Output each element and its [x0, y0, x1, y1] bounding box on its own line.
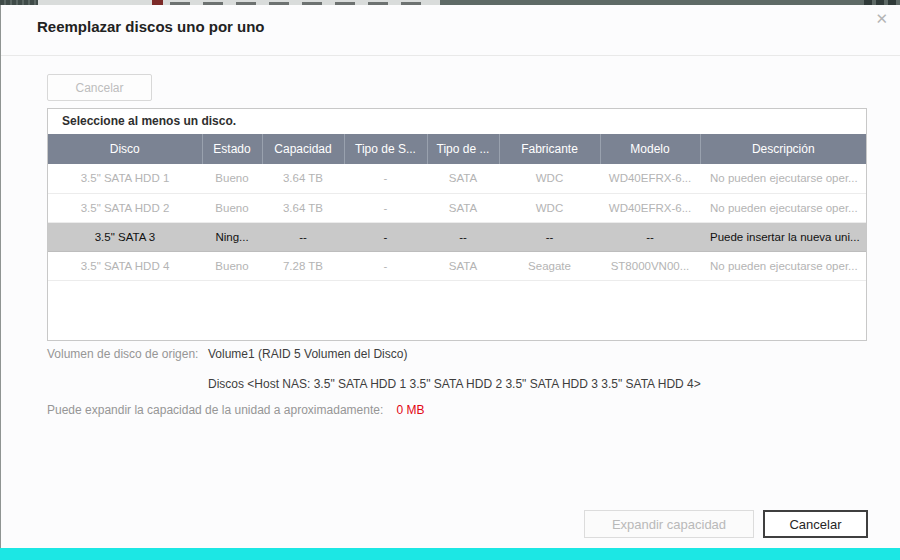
cell-capacidad: 3.64 TB [262, 164, 344, 193]
cell-tipo-s: - [344, 251, 427, 280]
cell-tipo: SATA [427, 251, 499, 280]
title-divider [1, 55, 900, 56]
column-header-tipo-s[interactable]: Tipo de S... [344, 134, 427, 164]
column-header-fabricante[interactable]: Fabricante [499, 134, 600, 164]
column-header-descripcion[interactable]: Descripción [700, 134, 866, 164]
cell-estado: Bueno [202, 251, 262, 280]
cell-capacidad: 3.64 TB [262, 193, 344, 222]
cell-fabricante: WDC [499, 164, 600, 193]
expand-capacity-value: 0 MB [397, 403, 425, 417]
replace-disks-dialog: Reemplazar discos uno por uno ✕ Cancelar… [0, 5, 900, 548]
source-volume-label: Volumen de disco de origen: [47, 347, 198, 361]
cell-tipo: SATA [427, 164, 499, 193]
cell-disco: 3.5" SATA HDD 1 [48, 164, 202, 193]
table-row-hdd4: 3.5" SATA HDD 4 Bueno 7.28 TB - SATA Sea… [48, 251, 866, 280]
cell-tipo-s[interactable]: - [344, 222, 427, 251]
column-header-capacidad[interactable]: Capacidad [262, 134, 344, 164]
cell-disco: 3.5" SATA HDD 4 [48, 251, 202, 280]
cell-tipo-s: - [344, 193, 427, 222]
cell-descripcion: No pueden ejecutarse oper... [700, 251, 866, 280]
cell-estado: Bueno [202, 193, 262, 222]
cell-fabricante: Seagate [499, 251, 600, 280]
source-disks-value: Discos <Host NAS: 3.5" SATA HDD 1 3.5" S… [208, 377, 701, 391]
table-header-row: Disco Estado Capacidad Tipo de S... Tipo… [48, 134, 866, 164]
source-volume-line: Volumen de disco de origen: Volume1 (RAI… [47, 347, 198, 362]
column-header-modelo[interactable]: Modelo [600, 134, 700, 164]
table-row-hdd2: 3.5" SATA HDD 2 Bueno 3.64 TB - SATA WDC… [48, 193, 866, 222]
cell-modelo: WD40EFRX-6... [600, 164, 700, 193]
dialog-title: Reemplazar discos uno por uno [37, 18, 265, 35]
cell-descripcion: No pueden ejecutarse oper... [700, 164, 866, 193]
source-disks-line: Discos <Host NAS: 3.5" SATA HDD 1 3.5" S… [208, 377, 701, 392]
cancel-operation-button[interactable]: Cancelar [47, 74, 152, 101]
cell-estado[interactable]: Ning... [202, 222, 262, 251]
cell-disco: 3.5" SATA HDD 2 [48, 193, 202, 222]
column-header-tipo[interactable]: Tipo de ... [427, 134, 499, 164]
column-header-estado[interactable]: Estado [202, 134, 262, 164]
cell-tipo[interactable]: -- [427, 222, 499, 251]
cell-fabricante: WDC [499, 193, 600, 222]
cell-descripcion[interactable]: Puede insertar la nueva uni... [700, 222, 866, 251]
table-row-sata3-selected[interactable]: 3.5" SATA 3 Ning... -- - -- -- -- Puede … [48, 222, 866, 251]
table-notice: Seleccione al menos un disco. [48, 109, 866, 134]
cell-modelo: ST8000VN00... [600, 251, 700, 280]
cell-estado: Bueno [202, 164, 262, 193]
expand-capacity-label: Puede expandir la capacidad de la unidad… [47, 403, 383, 417]
disk-table-container: Seleccione al menos un disco. Disco Esta… [47, 108, 867, 341]
cell-capacidad: 7.28 TB [262, 251, 344, 280]
source-volume-value: Volume1 (RAID 5 Volumen del Disco) [208, 347, 407, 362]
close-icon[interactable]: ✕ [875, 10, 888, 28]
cancel-button[interactable]: Cancelar [763, 510, 868, 538]
cell-tipo-s: - [344, 164, 427, 193]
disk-table: Disco Estado Capacidad Tipo de S... Tipo… [48, 134, 866, 281]
cell-modelo: WD40EFRX-6... [600, 193, 700, 222]
screen: Reemplazar discos uno por uno ✕ Cancelar… [0, 0, 900, 560]
taskbar-accent-bar [0, 548, 900, 560]
table-row-hdd1: 3.5" SATA HDD 1 Bueno 3.64 TB - SATA WDC… [48, 164, 866, 193]
column-header-disco[interactable]: Disco [48, 134, 202, 164]
cell-tipo: SATA [427, 193, 499, 222]
expand-capacity-line: Puede expandir la capacidad de la unidad… [47, 403, 425, 418]
cell-modelo[interactable]: -- [600, 222, 700, 251]
cell-capacidad[interactable]: -- [262, 222, 344, 251]
expand-capacity-button[interactable]: Expandir capacidad [584, 510, 754, 538]
cell-disco[interactable]: 3.5" SATA 3 [48, 222, 202, 251]
cell-descripcion: No pueden ejecutarse oper... [700, 193, 866, 222]
cell-fabricante[interactable]: -- [499, 222, 600, 251]
